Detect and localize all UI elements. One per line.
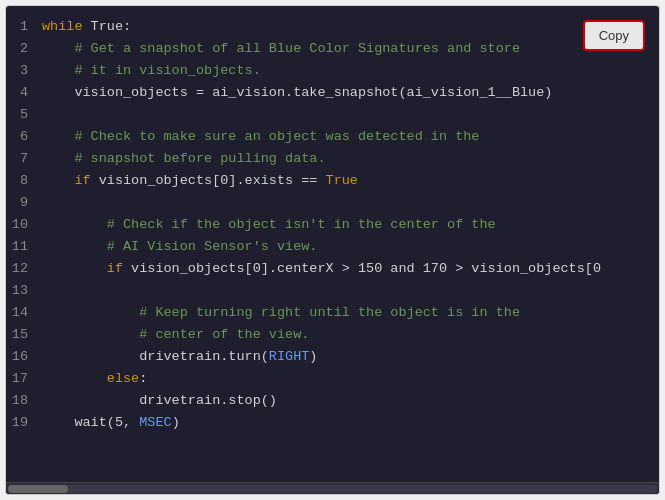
line-content: # it in vision_objects. [42,60,261,82]
line-number: 19 [6,412,42,434]
code-token [42,261,107,276]
table-row: 13 [6,280,659,302]
line-number: 2 [6,38,42,60]
line-content: while True: [42,16,131,38]
line-number: 1 [6,16,42,38]
code-token: True: [83,19,132,34]
code-token: drivetrain.stop() [42,393,277,408]
code-lines: 1while True:2 # Get a snapshot of all Bl… [6,16,659,434]
code-token: # AI Vision Sensor's view. [42,239,317,254]
code-token: drivetrain.turn( [42,349,269,364]
scrollbar-area[interactable] [6,482,659,494]
line-content: drivetrain.stop() [42,390,277,412]
code-token: True [326,173,358,188]
table-row: 15 # center of the view. [6,324,659,346]
table-row: 3 # it in vision_objects. [6,60,659,82]
code-token: # Get a snapshot of all Blue Color Signa… [42,41,520,56]
line-content: # Get a snapshot of all Blue Color Signa… [42,38,520,60]
line-number: 7 [6,148,42,170]
line-content: vision_objects = ai_vision.take_snapshot… [42,82,552,104]
code-token: vision_objects = ai_vision.take_snapshot… [42,85,552,100]
line-content: else: [42,368,147,390]
copy-button[interactable]: Copy [583,20,645,51]
line-content: # Keep turning right until the object is… [42,302,520,324]
scrollbar-track[interactable] [8,485,657,493]
line-number: 15 [6,324,42,346]
code-token [42,173,74,188]
code-token: # it in vision_objects. [42,63,261,78]
table-row: 18 drivetrain.stop() [6,390,659,412]
code-token: else [107,371,139,386]
table-row: 8 if vision_objects[0].exists == True [6,170,659,192]
code-token: # Check if the object isn't in the cente… [42,217,496,232]
code-token: vision_objects[0].centerX > 150 and 170 … [123,261,601,276]
table-row: 10 # Check if the object isn't in the ce… [6,214,659,236]
code-token: while [42,19,83,34]
line-content: # center of the view. [42,324,309,346]
table-row: 4 vision_objects = ai_vision.take_snapsh… [6,82,659,104]
table-row: 17 else: [6,368,659,390]
table-row: 5 [6,104,659,126]
code-token: # snapshot before pulling data. [42,151,326,166]
line-number: 8 [6,170,42,192]
code-token: wait(5, [42,415,139,430]
code-token: vision_objects[0].exists == [91,173,326,188]
code-token: # Keep turning right until the object is… [42,305,520,320]
line-number: 18 [6,390,42,412]
code-token: # center of the view. [42,327,309,342]
table-row: 2 # Get a snapshot of all Blue Color Sig… [6,38,659,60]
table-row: 1while True: [6,16,659,38]
scrollbar-thumb[interactable] [8,485,68,493]
line-number: 9 [6,192,42,214]
line-content: # Check to make sure an object was detec… [42,126,479,148]
code-token: ) [309,349,317,364]
line-content: # snapshot before pulling data. [42,148,326,170]
table-row: 16 drivetrain.turn(RIGHT) [6,346,659,368]
line-content: if vision_objects[0].exists == True [42,170,358,192]
line-number: 4 [6,82,42,104]
table-row: 11 # AI Vision Sensor's view. [6,236,659,258]
code-token: # Check to make sure an object was detec… [42,129,479,144]
table-row: 7 # snapshot before pulling data. [6,148,659,170]
line-content: wait(5, MSEC) [42,412,180,434]
table-row: 19 wait(5, MSEC) [6,412,659,434]
table-row: 9 [6,192,659,214]
line-content: # AI Vision Sensor's view. [42,236,317,258]
line-number: 13 [6,280,42,302]
line-number: 14 [6,302,42,324]
code-token: : [139,371,147,386]
line-content: if vision_objects[0].centerX > 150 and 1… [42,258,601,280]
line-content: # Check if the object isn't in the cente… [42,214,496,236]
code-container: Copy 1while True:2 # Get a snapshot of a… [5,5,660,495]
line-number: 3 [6,60,42,82]
line-number: 12 [6,258,42,280]
code-token: RIGHT [269,349,310,364]
table-row: 12 if vision_objects[0].centerX > 150 an… [6,258,659,280]
line-number: 17 [6,368,42,390]
line-number: 5 [6,104,42,126]
line-content: drivetrain.turn(RIGHT) [42,346,317,368]
code-token: if [107,261,123,276]
code-token [42,371,107,386]
table-row: 14 # Keep turning right until the object… [6,302,659,324]
line-number: 16 [6,346,42,368]
code-token: if [74,173,90,188]
line-number: 11 [6,236,42,258]
table-row: 6 # Check to make sure an object was det… [6,126,659,148]
code-area[interactable]: Copy 1while True:2 # Get a snapshot of a… [6,6,659,482]
line-number: 6 [6,126,42,148]
line-number: 10 [6,214,42,236]
code-token: MSEC [139,415,171,430]
code-token: ) [172,415,180,430]
